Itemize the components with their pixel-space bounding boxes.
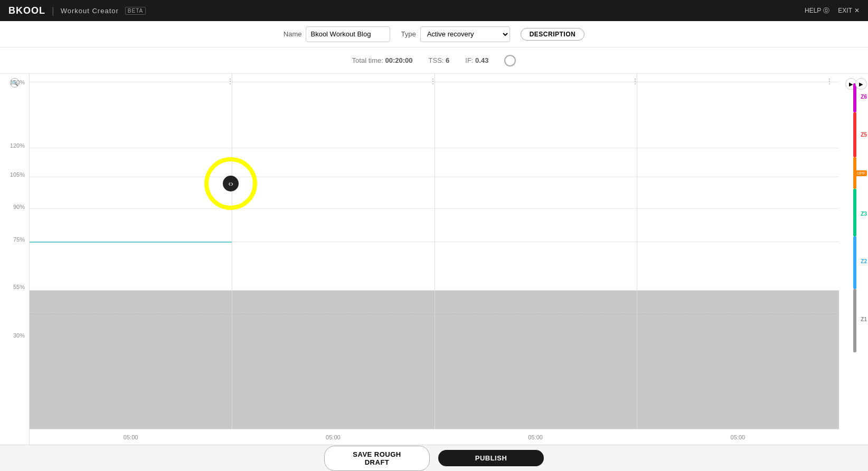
seg-divider-2 [435, 74, 435, 445]
upf-badge: UPF [855, 170, 867, 176]
zone-nav-right[interactable]: ▶ [855, 78, 867, 90]
save-draft-button[interactable]: SAVE ROUGH DRAFT [324, 446, 430, 471]
zone-axis: ▶ Z6 Z5 Z4 UPF Z3 Z2 Z1 ▶ [839, 74, 868, 445]
top-nav: BKOOL | Workout Creator BETA HELP ⓪ EXIT… [0, 0, 868, 21]
y-label-30: 30% [13, 332, 25, 339]
chart-canvas: ⋮ ⋮ ⋮ ⋮ ‹› 05:00 05:00 05:00 05:00 [29, 74, 839, 445]
nav-right: HELP ⓪ EXIT ✕ [805, 6, 860, 15]
resize-arrow-icon[interactable]: ‹› [223, 176, 239, 191]
exit-button[interactable]: EXIT ✕ [838, 7, 860, 14]
seg-menu-3[interactable]: ⋮ [631, 77, 639, 85]
seg-divider-3 [637, 74, 637, 445]
app-title: Workout Creator [61, 7, 119, 15]
y-label-75: 75% [13, 236, 25, 243]
z2-bar [853, 236, 856, 289]
total-time-stat: Total time: 00:20:00 [352, 56, 413, 64]
name-label: Name [284, 30, 302, 38]
z1-bar [853, 289, 856, 352]
beta-badge: BETA [125, 7, 146, 15]
y-label-150: 150% [10, 79, 25, 85]
if-stat: IF: 0.43 [465, 56, 488, 64]
total-time-label: Total time: [352, 56, 383, 64]
tick-3: 05:00 [528, 434, 543, 440]
tss-label: TSS: [429, 56, 444, 64]
y-label-90: 90% [13, 204, 25, 210]
z6-label: Z6 [861, 94, 867, 100]
total-time-value: 00:20:00 [385, 56, 412, 64]
name-group: Name [284, 26, 391, 42]
type-label: Type [401, 30, 416, 38]
help-icon: ⓪ [823, 6, 829, 15]
seg-menu-4[interactable]: ⋮ [826, 77, 834, 85]
main-chart-area: 🔍 150% 120% 105% 90% 75% 55% 30% ⋮ ⋮ ⋮ ⋮ [0, 74, 868, 445]
y-label-120: 120% [10, 142, 25, 149]
seg-menu-1[interactable]: ⋮ [227, 77, 234, 85]
z5-bar [853, 112, 856, 157]
bottom-bar: SAVE ROUGH DRAFT PUBLISH [0, 445, 868, 471]
tss-stat: TSS: 6 [429, 56, 450, 64]
z1-label: Z1 [861, 316, 867, 322]
type-select[interactable]: Active recovery Endurance Tempo Threshol… [420, 26, 510, 42]
tick-4: 05:00 [731, 434, 746, 440]
seg-divider-1 [232, 74, 232, 445]
seg-menu-2[interactable]: ⋮ [429, 77, 437, 85]
help-button[interactable]: HELP ⓪ [805, 6, 829, 15]
workout-block-1[interactable] [30, 242, 232, 243]
status-indicator [504, 55, 516, 66]
nav-left: BKOOL | Workout Creator BETA [8, 5, 146, 16]
y-label-55: 55% [13, 284, 25, 290]
z5-label: Z5 [861, 132, 867, 138]
name-input[interactable] [306, 26, 390, 42]
description-button[interactable]: DESCRIPTION [521, 28, 585, 41]
tss-value: 6 [446, 56, 449, 64]
z6-bar [853, 83, 856, 112]
exit-icon: ✕ [854, 7, 860, 14]
publish-button[interactable]: PUBLISH [438, 450, 544, 466]
nav-divider: | [52, 5, 54, 16]
type-group: Type Active recovery Endurance Tempo Thr… [401, 26, 510, 42]
y-axis: 🔍 150% 120% 105% 90% 75% 55% 30% [0, 74, 29, 445]
z2-label: Z2 [861, 258, 867, 264]
z3-bar [853, 189, 856, 236]
stats-bar: Total time: 00:20:00 TSS: 6 IF: 0.43 [0, 47, 868, 74]
bkool-logo: BKOOL [8, 5, 45, 16]
timeline: 05:00 05:00 05:00 05:00 [30, 429, 839, 445]
resize-handle[interactable]: ‹› [204, 157, 257, 210]
toolbar: Name Type Active recovery Endurance Temp… [0, 21, 868, 47]
z3-label: Z3 [861, 211, 867, 217]
tick-1: 05:00 [124, 434, 138, 440]
tick-2: 05:00 [326, 434, 341, 440]
y-label-105: 105% [10, 171, 25, 178]
if-value: 0.43 [475, 56, 488, 64]
if-label: IF: [465, 56, 473, 64]
